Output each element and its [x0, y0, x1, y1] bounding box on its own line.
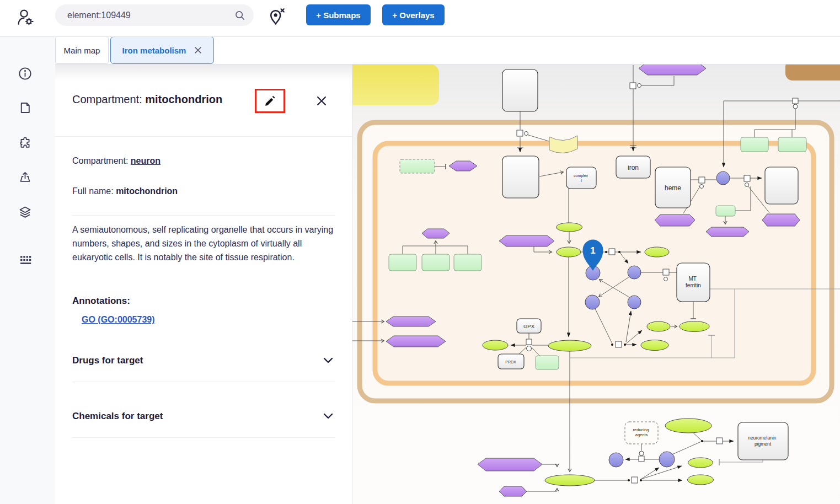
fullname-label: Full name:	[72, 186, 116, 196]
info-icon[interactable]	[18, 66, 33, 81]
pencil-icon[interactable]	[264, 94, 277, 108]
node-green[interactable]	[389, 254, 416, 271]
plugin-icon[interactable]	[18, 136, 33, 151]
panel-title-value: mitochondrion	[145, 93, 222, 105]
annotations-heading: Annotations:	[72, 296, 130, 307]
node-green[interactable]	[422, 254, 450, 271]
node-hexagon[interactable]	[422, 229, 450, 238]
panel-title: Compartment: mitochondrion	[72, 93, 222, 106]
divider	[72, 437, 335, 438]
search-icon[interactable]	[234, 9, 246, 22]
node-complex-1[interactable]	[566, 167, 596, 189]
svg-text:iron: iron	[628, 164, 639, 171]
fullname-value: mitochondrion	[116, 186, 178, 196]
legend-icon[interactable]	[18, 253, 33, 267]
panel-title-prefix: Compartment:	[72, 93, 145, 105]
node-metabolite[interactable]	[688, 458, 713, 468]
node-hexagon[interactable]	[655, 215, 695, 226]
description-text: A semiautonomous, self replicating organ…	[72, 223, 337, 264]
svg-text:heme: heme	[665, 184, 681, 192]
fullname-field: Full name: mitochondrion	[72, 186, 178, 196]
svg-text:PRDX: PRDX	[505, 360, 516, 364]
node-ion-circle[interactable]	[659, 452, 675, 467]
node-metabolite[interactable]	[645, 247, 669, 257]
layers-icon[interactable]	[18, 205, 33, 219]
divider	[72, 215, 335, 216]
node-metabolite[interactable]	[665, 419, 711, 433]
node-metabolite[interactable]	[647, 321, 670, 331]
svg-text:reducing agents: reducing agents	[633, 427, 650, 437]
node-metabolite[interactable]	[557, 223, 582, 232]
node-ion-circle[interactable]	[716, 171, 730, 185]
node-metabolite[interactable]	[483, 340, 508, 350]
node-hexagon[interactable]	[762, 214, 800, 226]
search-input[interactable]	[66, 10, 234, 21]
compartment-label: Compartment:	[72, 156, 131, 165]
node-process-box[interactable]	[502, 156, 539, 198]
compartment-field: Compartment: neuron	[72, 156, 160, 166]
submaps-button[interactable]: + Submaps	[306, 4, 371, 25]
left-toolbar	[0, 36, 55, 504]
node-green[interactable]	[454, 254, 481, 271]
node-green[interactable]	[716, 206, 735, 216]
node-process-box[interactable]	[765, 167, 798, 204]
drugs-for-target-section[interactable]: Drugs for target	[72, 355, 335, 368]
node-hexagon[interactable]	[499, 486, 527, 496]
tab-main-map[interactable]: Main map	[55, 36, 109, 64]
go-annotation-link[interactable]: GO (GO:0005739)	[82, 315, 155, 325]
node-green[interactable]	[741, 137, 768, 152]
node-ion-circle[interactable]	[585, 295, 600, 309]
chevron-down-icon	[323, 413, 333, 419]
user-settings-icon[interactable]	[15, 6, 34, 28]
map-tan-compartment[interactable]	[785, 64, 840, 81]
tab-iron-metabolism[interactable]: Iron metabolism	[110, 36, 214, 64]
chemicals-for-target-section[interactable]: Chemicals for target	[72, 411, 335, 424]
drugs-section-label: Drugs for target	[72, 355, 143, 366]
node-metabolite[interactable]	[680, 321, 709, 332]
node-metabolite[interactable]	[548, 340, 591, 351]
overlays-button[interactable]: + Overlays	[382, 4, 445, 25]
compartment-link[interactable]: neuron	[131, 156, 160, 165]
node-ion-circle[interactable]	[628, 296, 641, 309]
node-ion-circle[interactable]	[628, 266, 641, 279]
node-process-box[interactable]	[502, 69, 538, 111]
tab-main-map-label: Main map	[64, 46, 100, 55]
node-hexagon[interactable]	[706, 227, 749, 237]
tab-bar: Main map Iron metabolism	[0, 36, 840, 65]
chevron-down-icon	[323, 357, 333, 363]
export-icon[interactable]	[18, 170, 33, 185]
divider	[55, 136, 352, 137]
search-bar	[55, 4, 254, 26]
node-metabolite[interactable]	[557, 247, 581, 257]
node-ion-circle[interactable]	[609, 453, 623, 467]
node-hexagon[interactable]	[386, 336, 446, 347]
tab-close-icon[interactable]	[194, 46, 202, 54]
node-metabolite[interactable]	[688, 475, 714, 485]
pin-clear-icon[interactable]	[267, 6, 286, 28]
node-hexagon[interactable]	[478, 458, 542, 471]
node-green-dashed[interactable]	[400, 159, 435, 173]
pathway-map-canvas[interactable]: complex I iron heme MT ferritin GPX PRDX…	[352, 64, 840, 504]
details-panel: Compartment: mitochondrion Compartment: …	[55, 64, 352, 504]
node-metabolite[interactable]	[545, 475, 595, 486]
document-icon[interactable]	[18, 100, 33, 115]
divider	[72, 382, 335, 382]
node-hexagon[interactable]	[499, 235, 554, 246]
map-marker-label: 1	[590, 245, 595, 256]
node-green[interactable]	[778, 137, 806, 152]
edit-highlight-box	[255, 89, 285, 113]
top-bar: + Submaps + Overlays	[0, 0, 840, 37]
node-metabolite[interactable]	[641, 340, 668, 351]
chemicals-section-label: Chemicals for target	[72, 411, 163, 421]
tab-iron-metabolism-label: Iron metabolism	[122, 46, 186, 55]
map-note-yellow[interactable]	[352, 65, 439, 105]
panel-close-icon[interactable]	[316, 95, 327, 106]
node-hexagon[interactable]	[639, 64, 706, 75]
node-green[interactable]	[536, 356, 559, 369]
node-hexagon[interactable]	[386, 317, 436, 326]
svg-text:GPX: GPX	[523, 323, 535, 329]
